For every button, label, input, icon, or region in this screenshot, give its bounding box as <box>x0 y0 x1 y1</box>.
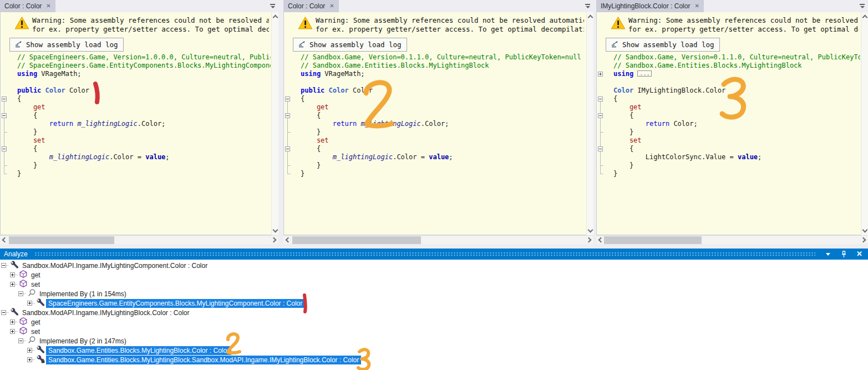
scroll-down-arrow[interactable] <box>273 227 278 233</box>
show-assembly-load-log-button[interactable]: Show assembly load log <box>9 38 124 52</box>
fold-collapse-box[interactable] <box>2 97 7 102</box>
tree-item-label[interactable]: Sandbox.ModAPI.Ingame.IMyLightingCompone… <box>20 261 210 270</box>
horizontal-scrollbar[interactable] <box>0 235 278 244</box>
tab-close-icon[interactable]: ✕ <box>329 3 334 9</box>
fold-collapse-box[interactable] <box>2 146 7 151</box>
code-line: set <box>284 136 586 145</box>
code-line: return m_lightingLogic.Color; <box>284 120 586 128</box>
fold-gutter <box>597 128 605 136</box>
code-text: } <box>292 128 321 136</box>
analyze-tree-row[interactable]: get <box>10 270 43 280</box>
log-list-icon <box>611 40 619 49</box>
close-icon[interactable]: ✕ <box>856 250 862 258</box>
scroll-down-arrow[interactable] <box>588 227 593 233</box>
tree-collapse-box[interactable] <box>18 291 23 296</box>
horizontal-scrollbar[interactable] <box>596 235 868 244</box>
fold-collapse-box[interactable] <box>598 97 603 102</box>
vertical-scrollbar[interactable] <box>271 12 278 235</box>
analyze-tree-row[interactable]: Implemented By (2 in 147ms) <box>18 336 129 346</box>
collapsed-region-box[interactable]: ... <box>637 70 652 77</box>
tab-1[interactable]: Color : Color✕ <box>0 0 55 12</box>
scroll-left-arrow[interactable] <box>2 237 8 243</box>
scroll-right-arrow[interactable] <box>271 237 277 243</box>
scroll-thumb[interactable] <box>292 236 421 244</box>
code-text: } <box>605 161 633 170</box>
tree-item-label[interactable]: set <box>29 280 42 289</box>
fold-collapse-box[interactable] <box>285 146 290 151</box>
analyze-tree-row[interactable]: Sandbox.ModAPI.Ingame.IMyLightingCompone… <box>1 261 210 270</box>
tree-expand-box[interactable] <box>10 272 15 277</box>
show-assembly-load-log-button[interactable]: Show assembly load log <box>293 38 407 52</box>
tab-list-dropdown-icon[interactable] <box>270 4 276 9</box>
fold-expand-box[interactable] <box>598 72 603 77</box>
fold-collapse-box[interactable] <box>2 113 7 118</box>
scroll-left-arrow[interactable] <box>598 237 604 243</box>
scroll-up-arrow[interactable] <box>588 15 593 21</box>
tree-expand-box[interactable] <box>10 320 15 325</box>
tree-item-label[interactable]: get <box>29 271 43 280</box>
analyze-tree-row[interactable]: SpaceEngineers.Game.EntityComponents.Blo… <box>27 298 304 308</box>
analyze-tree-row[interactable]: Sandbox.ModAPI.Ingame.IMyLightingBlock.C… <box>1 308 191 317</box>
tree-item-label[interactable]: Sandbox.Game.Entities.Blocks.MyLightingB… <box>46 356 361 364</box>
show-assembly-load-log-button[interactable]: Show assembly load log <box>606 38 720 52</box>
scroll-down-arrow[interactable] <box>862 227 868 233</box>
analyze-tree-row[interactable]: Sandbox.Game.Entities.Blocks.MyLightingB… <box>27 355 361 364</box>
vertical-scrollbar[interactable] <box>861 12 868 235</box>
tab-3[interactable]: IMyLightingBlock.Color : Color✕ <box>596 0 704 12</box>
analyze-tree-row[interactable]: set <box>10 280 42 289</box>
horizontal-scrollbar[interactable] <box>283 235 593 244</box>
tab-list-dropdown-icon[interactable] <box>585 4 591 9</box>
tab-list-dropdown-icon[interactable] <box>859 4 865 9</box>
code-text: // SpaceEngineers.Game, Version=1.0.0.0,… <box>8 53 271 62</box>
window-position-menu-icon[interactable] <box>826 253 830 256</box>
scroll-right-arrow[interactable] <box>861 237 866 243</box>
code-text <box>605 78 613 87</box>
fold-collapse-box[interactable] <box>598 146 603 151</box>
tree-item-label[interactable]: get <box>29 318 43 327</box>
vertical-scrollbar[interactable] <box>586 12 593 235</box>
tab-title: IMyLightingBlock.Color : Color <box>601 2 690 10</box>
analyze-tree-row[interactable]: Implemented By (1 in 154ms) <box>18 289 129 298</box>
code-editor: Warning: Some assembly references could … <box>0 12 278 235</box>
scroll-up-arrow[interactable] <box>862 15 868 21</box>
fold-collapse-box[interactable] <box>285 113 290 118</box>
code-text: Color IMyLightingBlock.Color <box>605 87 725 95</box>
analyze-tree-row[interactable]: set <box>10 327 42 336</box>
fold-collapse-box[interactable] <box>285 97 290 102</box>
tree-item-label[interactable]: Implemented By (2 in 147ms) <box>37 337 129 346</box>
load-log-button-label: Show assembly load log <box>26 40 118 49</box>
scroll-up-arrow[interactable] <box>273 15 278 21</box>
tab-close-icon[interactable]: ✕ <box>694 3 699 9</box>
tree-collapse-box[interactable] <box>18 338 23 343</box>
scroll-thumb[interactable] <box>604 236 702 244</box>
tab-close-icon[interactable]: ✕ <box>46 3 50 9</box>
tree-collapse-box[interactable] <box>1 310 6 315</box>
scroll-left-arrow[interactable] <box>286 237 291 243</box>
tree-item-label[interactable]: Sandbox.ModAPI.Ingame.IMyLightingBlock.C… <box>20 308 191 317</box>
code-line: // Sandbox.Game.Entities.Blocks.MyLighti… <box>597 62 860 70</box>
app-root: Color : Color✕Warning: Some assembly ref… <box>0 0 868 370</box>
code-text: { <box>605 111 633 120</box>
fold-gutter <box>1 145 8 153</box>
pin-icon[interactable] <box>841 250 847 260</box>
tree-expand-box[interactable] <box>10 282 15 287</box>
tree-expand-box[interactable] <box>27 357 32 362</box>
code-line: // Sandbox.Game, Version=0.1.1.0, Cultur… <box>284 53 586 62</box>
scroll-right-arrow[interactable] <box>586 237 592 243</box>
tree-expand-box[interactable] <box>27 301 32 306</box>
tree-item-label[interactable]: Sandbox.Game.Entities.Blocks.MyLightingB… <box>46 346 231 355</box>
tree-item-label[interactable]: SpaceEngineers.Game.EntityComponents.Blo… <box>46 299 304 308</box>
scroll-thumb[interactable] <box>9 236 114 244</box>
tree-expand-box[interactable] <box>27 348 32 353</box>
code-line: } <box>1 161 271 170</box>
code-line: { <box>1 145 271 153</box>
tree-item-label[interactable]: set <box>29 327 42 336</box>
code-text: } <box>8 161 37 170</box>
tree-collapse-box[interactable] <box>1 263 6 268</box>
tree-item-label[interactable]: Implemented By (1 in 154ms) <box>37 290 129 298</box>
analyze-tree-row[interactable]: Sandbox.Game.Entities.Blocks.MyLightingB… <box>27 346 231 355</box>
fold-collapse-box[interactable] <box>598 113 603 118</box>
analyze-tree-row[interactable]: get <box>10 317 43 327</box>
tree-expand-box[interactable] <box>10 329 15 334</box>
tab-2[interactable]: Color : Color✕ <box>283 0 339 12</box>
